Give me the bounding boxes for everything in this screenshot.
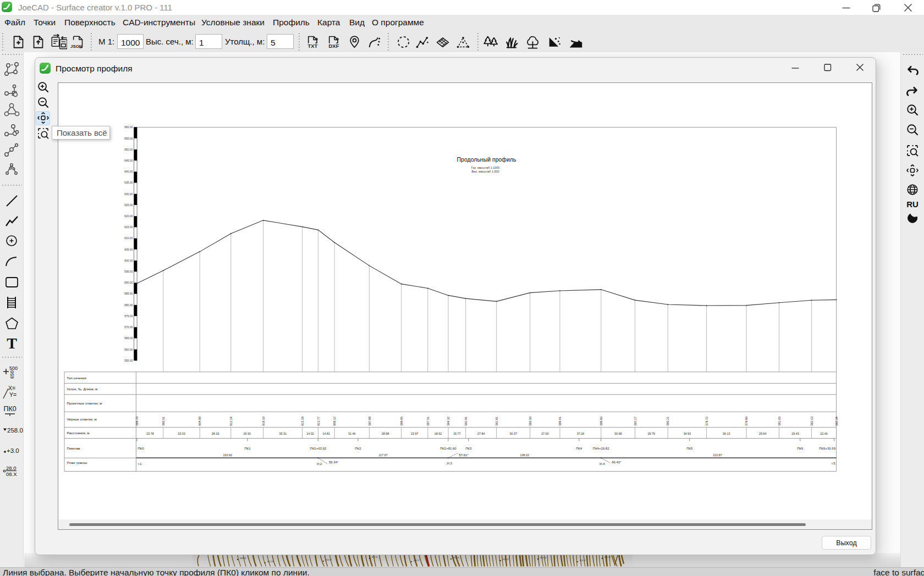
svg-text:29.75: 29.75: [648, 432, 656, 435]
svg-text:595.00: 595.00: [124, 270, 133, 273]
svg-text:615.00: 615.00: [124, 225, 133, 229]
svg-text:Гор. масштаб 1:1000: Гор. масштаб 1:1000: [471, 166, 500, 169]
svg-text:37.26: 37.26: [577, 432, 585, 435]
svg-text:584.32: 584.32: [447, 417, 450, 426]
svg-text:655.00: 655.00: [124, 137, 133, 140]
svg-text:585.00: 585.00: [124, 292, 133, 295]
svg-text:30.68: 30.68: [614, 432, 622, 435]
svg-text:Уг.4: Уг.4: [600, 462, 606, 466]
svg-text:Продольный профиль: Продольный профиль: [457, 156, 516, 163]
svg-text:57.61°: 57.61°: [459, 453, 469, 457]
svg-text:138.22: 138.22: [520, 453, 530, 457]
svg-text:650.57: 650.57: [326, 559, 332, 561]
svg-text:650: 650: [9, 370, 15, 379]
svg-text:Проектные отметки, м: Проектные отметки, м: [67, 401, 102, 405]
svg-text:575.00: 575.00: [124, 314, 133, 318]
svg-text:581.03: 581.03: [778, 417, 781, 426]
svg-text:570.00: 570.00: [124, 325, 133, 329]
svg-text:653.52: 653.52: [503, 558, 509, 561]
svg-text:ПК2: ПК2: [355, 447, 361, 450]
svg-text:604.00: 604.00: [198, 417, 201, 426]
svg-text:625.00: 625.00: [124, 203, 133, 207]
svg-text:652.47: 652.47: [580, 560, 586, 562]
svg-text:08.X: 08.X: [6, 471, 17, 477]
svg-text:RU: RU: [906, 200, 919, 209]
svg-text:560.00: 560.00: [124, 348, 133, 351]
svg-text:608.12: 608.12: [333, 417, 336, 426]
svg-text:585.50: 585.50: [529, 417, 532, 426]
svg-text:31.46: 31.46: [348, 432, 356, 435]
svg-text:14.32: 14.32: [306, 432, 314, 435]
svg-text:33.03: 33.03: [178, 432, 185, 435]
svg-text:ПК6+30.69: ПК6+30.69: [819, 447, 835, 450]
svg-text:605.00: 605.00: [124, 248, 133, 251]
svg-text:582.91: 582.91: [464, 417, 468, 426]
svg-text:565.00: 565.00: [124, 336, 133, 340]
svg-text:650.00: 650.00: [124, 148, 133, 151]
svg-text:555.00: 555.00: [124, 359, 133, 362]
svg-text:595.51: 595.51: [162, 417, 165, 426]
svg-text:645.00: 645.00: [124, 159, 133, 162]
svg-text:34.93: 34.93: [684, 432, 691, 435]
svg-text:ПК3: ПК3: [465, 447, 472, 450]
svg-text:579.72: 579.72: [705, 417, 708, 426]
svg-text:ПК4+19.82: ПК4+19.82: [593, 447, 609, 450]
svg-text:23.97: 23.97: [411, 432, 419, 435]
svg-text:597.69: 597.69: [368, 417, 371, 426]
svg-text:т.5: т.5: [832, 462, 836, 465]
svg-text:JSON: JSON: [70, 44, 82, 49]
svg-text:30.37: 30.37: [509, 432, 517, 435]
svg-text:587.51: 587.51: [426, 417, 430, 426]
svg-text:29.54: 29.54: [759, 432, 767, 435]
svg-text:590.00: 590.00: [124, 281, 133, 284]
svg-text:651.13: 651.13: [604, 556, 610, 558]
svg-text:+3.0: +3.0: [7, 447, 19, 454]
svg-text:615.19: 615.19: [301, 417, 304, 426]
svg-text:14.81: 14.81: [323, 432, 331, 435]
svg-text:т.1: т.1: [138, 462, 142, 466]
svg-text:582.17: 582.17: [634, 417, 637, 426]
svg-text:ПК2+81.60: ПК2+81.60: [440, 447, 457, 450]
svg-text:28.19: 28.19: [212, 432, 219, 435]
svg-text:652.31: 652.31: [372, 556, 378, 558]
svg-text:28.98: 28.98: [382, 432, 389, 435]
svg-text:Y=: Y=: [9, 391, 16, 398]
svg-text:612.14: 612.14: [229, 417, 233, 426]
svg-text:651.26: 651.26: [453, 557, 459, 559]
svg-text:581.61: 581.61: [495, 417, 498, 426]
svg-text:36.13: 36.13: [723, 432, 730, 435]
svg-text:210.87: 210.87: [713, 453, 722, 457]
svg-text:618.10: 618.10: [262, 417, 265, 426]
svg-text:23.78: 23.78: [146, 432, 154, 435]
svg-text:29.43: 29.43: [791, 432, 799, 435]
svg-text:Чёрные отметки, м: Чёрные отметки, м: [67, 417, 97, 421]
svg-text:35.31: 35.31: [279, 432, 287, 435]
svg-text:ПК1+63.92: ПК1+63.92: [310, 447, 327, 450]
svg-text:117.67: 117.67: [379, 453, 388, 457]
svg-text:620.00: 620.00: [124, 214, 133, 218]
svg-text:29.30: 29.30: [244, 432, 251, 435]
svg-text:580.00: 580.00: [124, 303, 133, 307]
svg-text:ПК1: ПК1: [244, 447, 251, 450]
svg-text:Уг.2: Уг.2: [316, 462, 322, 466]
svg-text:586.93: 586.93: [600, 417, 603, 426]
svg-text:Вер. масштаб 1:500: Вер. масштаб 1:500: [472, 170, 499, 173]
svg-text:258.0: 258.0: [7, 427, 23, 434]
svg-text:TXT: TXT: [308, 43, 318, 49]
svg-text:582.13: 582.13: [810, 417, 813, 426]
svg-text:630.00: 630.00: [124, 192, 133, 196]
svg-text:DXF: DXF: [329, 43, 339, 49]
svg-text:660.00: 660.00: [124, 125, 133, 129]
svg-text:T: T: [7, 335, 17, 351]
svg-text:589.45: 589.45: [400, 417, 403, 426]
svg-text:18.52: 18.52: [435, 432, 442, 435]
svg-text:Пикетаж: Пикетаж: [67, 446, 81, 450]
svg-text:66.43°: 66.43°: [612, 461, 622, 464]
svg-text:649.17: 649.17: [414, 560, 420, 562]
svg-text:22.40: 22.40: [820, 432, 828, 435]
svg-text:ПК5: ПК5: [686, 447, 693, 450]
svg-text:635.00: 635.00: [124, 181, 133, 184]
svg-text:ПК0: ПК0: [3, 405, 16, 413]
svg-text:586.41: 586.41: [558, 417, 562, 426]
svg-text:27.00: 27.00: [541, 432, 549, 435]
